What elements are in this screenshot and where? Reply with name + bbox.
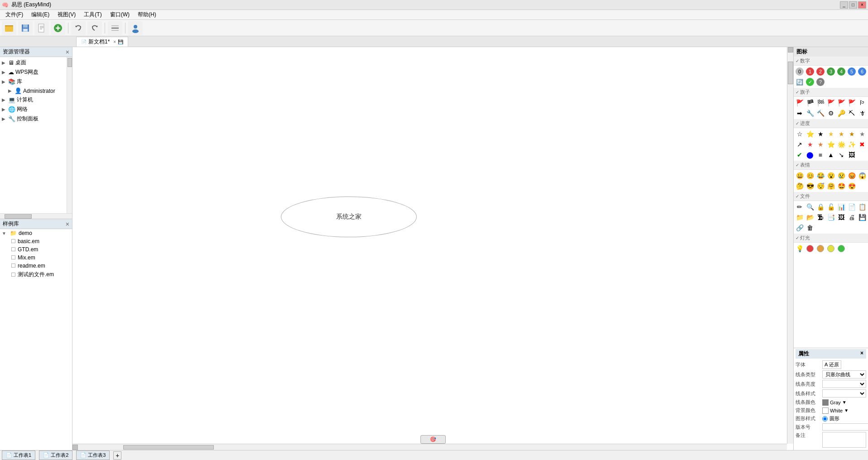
library-item-readme[interactable]: ☐ readme.em xyxy=(9,262,72,270)
toolbar-open[interactable] xyxy=(2,21,16,35)
icon-emoji-2[interactable]: 😊 xyxy=(805,171,815,181)
library-close[interactable]: × xyxy=(66,220,69,228)
menu-file[interactable]: 文件(F) xyxy=(2,10,27,19)
toolbar-undo[interactable] xyxy=(71,21,86,35)
prop-shape-radio-ellipse[interactable] xyxy=(822,416,828,422)
tree-item-administrator[interactable]: ▶ 👤 Administrator xyxy=(7,86,66,95)
icon-star-6[interactable]: ★ xyxy=(847,129,857,139)
tab-close-icon[interactable]: × xyxy=(113,39,116,44)
canvas-area[interactable]: 🎯 系统之家 xyxy=(72,47,793,450)
mindmap-ellipse[interactable]: 系统之家 xyxy=(281,196,417,237)
icon-file-trash[interactable]: 🗑 xyxy=(805,223,815,233)
icon-flag-4[interactable]: 🚩 xyxy=(826,98,836,108)
icon-section-flags[interactable]: 旗子 xyxy=(794,88,868,97)
tree-item-library[interactable]: ▶ 📚 库 xyxy=(1,77,66,86)
icon-file-open-folder[interactable]: 📂 xyxy=(805,212,815,222)
resource-manager-close[interactable]: × xyxy=(66,48,69,56)
icon-file-unlock[interactable]: 🔓 xyxy=(826,202,836,212)
icon-emoji-8[interactable]: 🤔 xyxy=(795,181,805,191)
icon-star-3[interactable]: ★ xyxy=(815,129,825,139)
icon-star-4[interactable]: ★ xyxy=(826,129,836,139)
icon-light-1[interactable]: 💡 xyxy=(795,244,805,254)
icon-progress-1[interactable]: ★ xyxy=(805,139,815,149)
prop-linewidth-select[interactable]: 细 中 粗 xyxy=(822,380,866,388)
add-sheet-button[interactable]: + xyxy=(113,451,121,460)
prop-linestyle-select[interactable]: 实线 虚线 xyxy=(822,389,866,398)
icon-num-circle-gray[interactable]: ? xyxy=(815,77,825,87)
icon-star-7[interactable]: ★ xyxy=(857,129,867,139)
icon-triangle[interactable]: ▲ xyxy=(826,150,836,160)
icon-emoji-3[interactable]: 😂 xyxy=(815,171,825,181)
library-item-gtd[interactable]: ☐ GTD.em xyxy=(9,245,72,254)
prop-notes-textarea[interactable] xyxy=(822,432,866,448)
icon-arrow-down[interactable]: ↘ xyxy=(836,150,846,160)
icon-num-0[interactable]: 0 xyxy=(795,67,805,77)
icon-arrow-right[interactable]: ➡ xyxy=(795,108,805,118)
icon-emoji-1[interactable]: 😀 xyxy=(795,171,805,181)
prop-linecolor-arrow[interactable]: ▼ xyxy=(842,400,847,405)
icon-tool-4[interactable]: 🔑 xyxy=(836,108,846,118)
tree-item-desktop[interactable]: ▶ 🖥 桌面 xyxy=(1,58,66,67)
tree-item-wps[interactable]: ▶ ☁ WPS网盘 xyxy=(1,67,66,77)
icon-flag-7[interactable]: 🏳 xyxy=(857,98,867,108)
icon-emoji-heart[interactable]: 😍 xyxy=(847,181,857,191)
icon-section-files[interactable]: 文件 xyxy=(794,192,868,201)
resource-hscrollbar[interactable] xyxy=(0,213,72,219)
icon-emoji-10[interactable]: 😴 xyxy=(815,181,825,191)
icon-emoji-4[interactable]: 😮 xyxy=(826,171,836,181)
icon-file-print[interactable]: 🖨 xyxy=(847,212,857,222)
icon-tool-3[interactable]: ⚙ xyxy=(826,108,836,118)
canvas-center-btn[interactable]: 🎯 xyxy=(420,435,446,444)
canvas-vscrollbar[interactable] xyxy=(787,47,793,444)
icon-num-refresh[interactable]: 🔄 xyxy=(795,77,805,87)
icon-star-arrow[interactable]: ↗ xyxy=(795,139,805,149)
tree-item-computer[interactable]: ▶ 💻 计算机 xyxy=(1,95,66,105)
toolbar-collapse[interactable] xyxy=(108,21,122,35)
icon-file-pencil[interactable]: ✏ xyxy=(795,202,805,212)
icon-tool-2[interactable]: 🔨 xyxy=(815,108,825,118)
prop-linetype-select[interactable]: 贝塞尔曲线 直线 折线 xyxy=(822,370,866,379)
icon-section-lights[interactable]: 灯光 xyxy=(794,234,868,243)
icon-file-doc[interactable]: 📄 xyxy=(847,202,857,212)
mindmap-node-root[interactable]: 系统之家 xyxy=(281,196,417,237)
icon-tool-6[interactable]: 🗡 xyxy=(857,108,867,118)
icon-check-green[interactable]: ✔ xyxy=(795,150,805,160)
icon-light-red[interactable] xyxy=(805,244,815,254)
icon-file-img[interactable]: 🖼 xyxy=(836,212,846,222)
icon-section-emoji[interactable]: 表情 xyxy=(794,161,868,170)
library-item-mix[interactable]: ☐ Mix.em xyxy=(9,254,72,262)
toolbar-redo[interactable] xyxy=(87,21,102,35)
icon-num-6[interactable]: 6 xyxy=(857,67,867,77)
library-item-basic[interactable]: ☐ basic.em xyxy=(9,237,72,245)
icon-file-ppt[interactable]: 📑 xyxy=(826,212,836,222)
toolbar-save[interactable] xyxy=(18,21,33,35)
icon-file-folder[interactable]: 📁 xyxy=(795,212,805,222)
icon-section-numbers[interactable]: 数字 xyxy=(794,57,868,66)
menu-tools[interactable]: 工具(T) xyxy=(80,10,105,19)
icon-square-gray[interactable]: ■ xyxy=(815,150,825,160)
prop-bgcolor-arrow[interactable]: ▼ xyxy=(844,408,849,413)
icon-light-orange[interactable] xyxy=(815,244,825,254)
toolbar-person[interactable] xyxy=(128,21,143,35)
icon-light-yellow[interactable] xyxy=(826,244,836,254)
icon-emoji-7[interactable]: 😱 xyxy=(857,171,867,181)
icon-emoji-11[interactable]: 🤗 xyxy=(826,181,836,191)
icon-progress-4[interactable]: 🌟 xyxy=(836,139,846,149)
icon-flag-5[interactable]: 🚩 xyxy=(836,98,846,108)
resource-scrollbar[interactable] xyxy=(67,57,72,213)
icon-num-circle-green[interactable]: ✓ xyxy=(805,77,815,87)
icon-star-1[interactable]: ☆ xyxy=(795,129,805,139)
tree-item-controlpanel[interactable]: ▶ 🔧 控制面板 xyxy=(1,114,66,124)
icon-num-4[interactable]: 4 xyxy=(836,67,846,77)
tree-item-network[interactable]: ▶ 🌐 网络 xyxy=(1,105,66,114)
icon-file-link[interactable]: 🔗 xyxy=(795,223,805,233)
icon-x-red[interactable]: ✖ xyxy=(857,139,867,149)
status-tab-sheet3[interactable]: 📄 工作表3 xyxy=(76,450,110,460)
icon-progress-5[interactable]: ✨ xyxy=(847,139,857,149)
icon-tool-5[interactable]: ⛏ xyxy=(847,108,857,118)
menu-edit[interactable]: 编辑(E) xyxy=(28,10,53,19)
icon-progress-3[interactable]: ⭐ xyxy=(826,139,836,149)
icon-progress-2[interactable]: ★ xyxy=(815,139,825,149)
minimize-button[interactable]: _ xyxy=(840,1,848,9)
icon-flag-3[interactable]: 🏁 xyxy=(815,98,825,108)
